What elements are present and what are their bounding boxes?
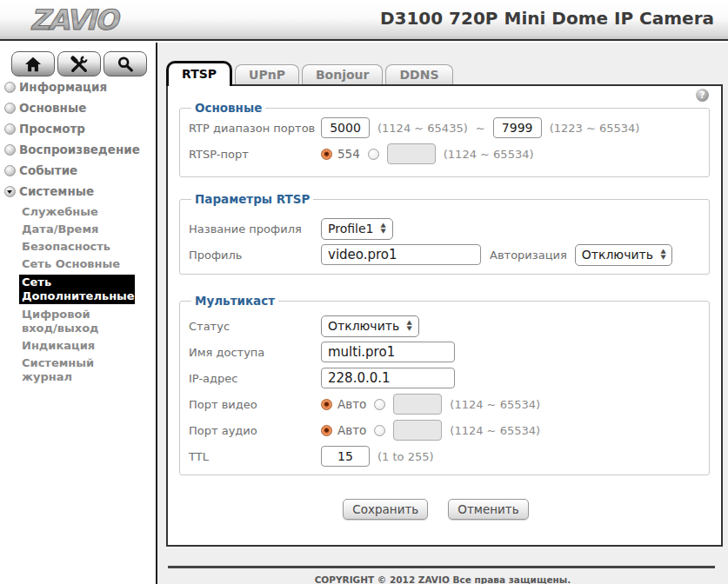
status-label: Статус	[189, 320, 321, 333]
auth-label: Авторизация	[490, 249, 567, 262]
audio-port-custom-input[interactable]	[393, 420, 442, 441]
rtsp-port-custom-radio[interactable]	[368, 149, 379, 160]
sidebar-item-maintenance[interactable]: Служебные	[22, 205, 130, 219]
tab-rtsp[interactable]: RTSP	[166, 61, 232, 86]
section-basic-legend: Основные	[191, 101, 265, 115]
sidebar-item-system-log[interactable]: Системный журнал	[22, 356, 112, 384]
rtsp-port-custom-input[interactable]	[387, 143, 436, 164]
sidebar-item-datetime[interactable]: Дата/Время	[22, 222, 130, 236]
home-icon	[23, 56, 43, 73]
rtp-max-range: (1223 ~ 65534)	[550, 122, 640, 135]
sidebar-toolbar	[11, 51, 156, 76]
cancel-button[interactable]: Отменить	[448, 499, 528, 520]
sidebar-item-security[interactable]: Безопасность	[22, 240, 130, 254]
sidebar-item-event[interactable]: Событие	[4, 160, 156, 181]
page-title: D3100 720P Mini Dome IP Camera	[380, 8, 714, 29]
sidebar-item-network-basic[interactable]: Сеть Основные	[22, 257, 130, 271]
video-port-label: Порт видео	[189, 398, 321, 411]
spinner-icon: ▲▼	[381, 223, 385, 234]
main-area: RTSP UPnP Bonjour DDNS ? Основные RTP ди…	[157, 43, 728, 584]
sidebar-item-view[interactable]: Просмотр	[4, 118, 156, 139]
action-buttons: Сохранить Отменить	[159, 499, 712, 520]
bullet-icon	[4, 123, 16, 135]
rtp-min-input[interactable]: 5000	[321, 117, 370, 138]
section-rtsp-params-legend: Параметры RTSP	[191, 192, 313, 206]
help-icon[interactable]: ?	[696, 89, 709, 102]
expanded-bullet-icon	[4, 186, 16, 197]
rtsp-port-value: 554	[337, 147, 360, 161]
video-port-row: Порт видео Авто (1124 ~ 65534)	[189, 391, 700, 417]
rtp-max-input[interactable]: 7999	[493, 117, 542, 138]
section-basic: Основные RTP диапазон портов 5000 (1124 …	[179, 101, 710, 177]
tab-upnp[interactable]: UPnP	[235, 64, 299, 84]
audio-port-custom-radio[interactable]	[374, 425, 385, 436]
video-port-custom-radio[interactable]	[374, 399, 385, 410]
audio-port-auto-label: Авто	[337, 423, 366, 437]
profile-input[interactable]: video.pro1	[321, 244, 481, 265]
auth-select[interactable]: Отключить▲▼	[575, 244, 673, 266]
spinner-icon: ▲▼	[661, 249, 665, 260]
bullet-icon	[4, 144, 16, 156]
access-name-row: Имя доступа multi.pro1	[189, 339, 700, 365]
rtsp-port-range: (1124 ~ 65534)	[444, 148, 534, 161]
video-port-auto-radio[interactable]	[321, 399, 332, 410]
tab-ddns[interactable]: DDNS	[385, 64, 452, 84]
header: ZAVIO D3100 720P Mini Dome IP Camera	[0, 0, 728, 41]
audio-port-range: (1124 ~ 65534)	[450, 424, 540, 437]
video-port-custom-input[interactable]	[393, 394, 442, 415]
rtp-range-label: RTP диапазон портов	[189, 122, 321, 135]
sidebar-item-system[interactable]: Системные	[4, 181, 156, 202]
ttl-row: TTL 15 (1 to 255)	[189, 443, 700, 469]
rtp-min-range: (1124 ~ 65435)	[377, 122, 468, 135]
tab-bar: RTSP UPnP Bonjour DDNS	[157, 61, 728, 86]
ttl-input[interactable]: 15	[321, 446, 370, 467]
sidebar-submenu: Служебные Дата/Время Безопасность Сеть О…	[22, 205, 156, 384]
profile-name-label: Название профиля	[189, 222, 321, 236]
profile-label: Профиль	[189, 249, 321, 262]
save-button[interactable]: Сохранить	[343, 499, 428, 520]
rtsp-port-label: RTSP-порт	[189, 148, 321, 161]
rtp-port-range-row: RTP диапазон портов 5000 (1124 ~ 65435) …	[189, 115, 700, 141]
rtsp-port-row: RTSP-порт 554 (1124 ~ 65534)	[189, 141, 700, 167]
sidebar-item-network-advanced[interactable]: Сеть Дополнительные	[22, 275, 156, 304]
sidebar-item-basic[interactable]: Основные	[4, 97, 156, 118]
sidebar-item-digital-io[interactable]: Цифровой вход/выход	[22, 308, 112, 335]
section-multicast-legend: Мультикаст	[191, 294, 278, 308]
sidebar: Информация Основные Просмотр Воспроизвед…	[0, 43, 157, 584]
ip-address-label: IP-адрес	[189, 372, 321, 385]
profile-name-select[interactable]: Profile1▲▼	[321, 218, 393, 240]
zavio-logo: ZAVIO	[19, 1, 124, 39]
tab-bonjour[interactable]: Bonjour	[302, 64, 384, 84]
profile-row: Профиль video.pro1 Авторизация Отключить…	[189, 242, 700, 268]
status-select[interactable]: Отключить▲▼	[321, 315, 419, 337]
status-row: Статус Отключить▲▼	[189, 313, 700, 339]
audio-port-label: Порт аудио	[189, 424, 321, 437]
bullet-icon	[4, 165, 16, 176]
search-icon	[116, 56, 135, 73]
sidebar-item-information[interactable]: Информация	[4, 76, 156, 97]
access-name-label: Имя доступа	[189, 346, 321, 359]
video-port-range: (1124 ~ 65534)	[450, 398, 540, 411]
rtsp-port-default-radio[interactable]	[321, 149, 332, 160]
home-button[interactable]	[11, 51, 55, 76]
section-rtsp-params: Параметры RTSP Название профиля Profile1…	[179, 192, 710, 275]
access-name-input[interactable]: multi.pro1	[321, 342, 455, 362]
ip-address-row: IP-адрес 228.0.0.1	[189, 365, 700, 391]
audio-port-auto-radio[interactable]	[321, 425, 332, 436]
bullet-icon	[4, 82, 16, 93]
spinner-icon: ▲▼	[407, 321, 411, 331]
sidebar-item-led[interactable]: Индикация	[22, 339, 130, 353]
sidebar-menu: Информация Основные Просмотр Воспроизвед…	[4, 76, 156, 202]
sidebar-item-playback[interactable]: Воспроизведение	[4, 139, 156, 160]
tools-icon	[70, 56, 89, 73]
ip-address-input[interactable]: 228.0.0.1	[321, 368, 455, 388]
profile-name-row: Название профиля Profile1▲▼	[189, 216, 700, 242]
svg-text:ZAVIO: ZAVIO	[30, 3, 120, 36]
search-button[interactable]	[104, 51, 147, 76]
copyright-text: COPYRIGHT © 2012 ZAVIO Все права защищен…	[157, 574, 728, 584]
section-multicast: Мультикаст Статус Отключить▲▼ Имя доступ…	[179, 294, 710, 475]
video-port-auto-label: Авто	[337, 397, 366, 411]
bullet-icon	[4, 103, 16, 114]
settings-button[interactable]	[57, 51, 101, 76]
audio-port-row: Порт аудио Авто (1124 ~ 65534)	[189, 417, 700, 443]
